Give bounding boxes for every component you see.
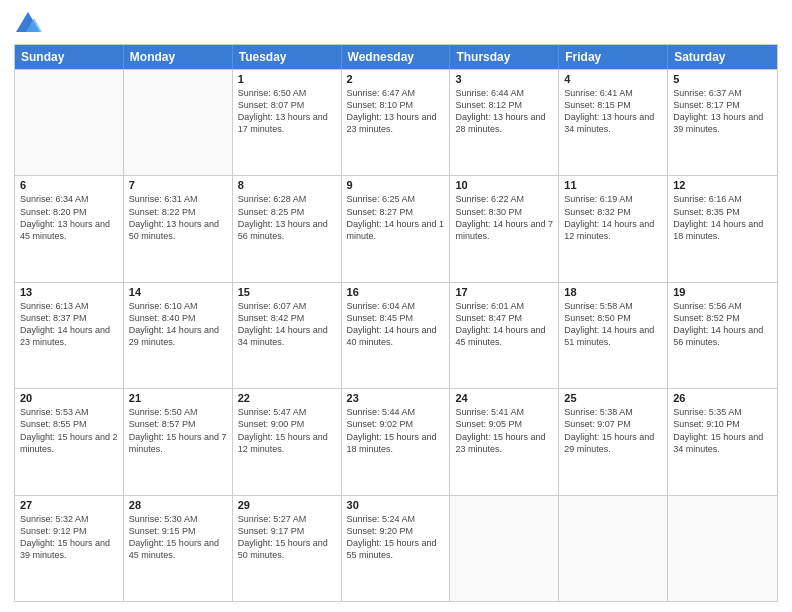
day-info: Sunrise: 6:01 AM Sunset: 8:47 PM Dayligh… (455, 300, 553, 349)
day-info: Sunrise: 6:22 AM Sunset: 8:30 PM Dayligh… (455, 193, 553, 242)
day-info: Sunrise: 6:25 AM Sunset: 8:27 PM Dayligh… (347, 193, 445, 242)
calendar-cell: 18Sunrise: 5:58 AM Sunset: 8:50 PM Dayli… (559, 283, 668, 388)
calendar-header: SundayMondayTuesdayWednesdayThursdayFrid… (15, 45, 777, 69)
calendar-cell: 23Sunrise: 5:44 AM Sunset: 9:02 PM Dayli… (342, 389, 451, 494)
day-number: 20 (20, 392, 118, 404)
day-info: Sunrise: 5:41 AM Sunset: 9:05 PM Dayligh… (455, 406, 553, 455)
logo-icon (14, 10, 42, 38)
header-day: Monday (124, 45, 233, 69)
calendar-cell: 10Sunrise: 6:22 AM Sunset: 8:30 PM Dayli… (450, 176, 559, 281)
header (14, 10, 778, 38)
day-number: 25 (564, 392, 662, 404)
day-number: 19 (673, 286, 772, 298)
day-number: 5 (673, 73, 772, 85)
day-info: Sunrise: 6:41 AM Sunset: 8:15 PM Dayligh… (564, 87, 662, 136)
day-number: 23 (347, 392, 445, 404)
calendar-week: 6Sunrise: 6:34 AM Sunset: 8:20 PM Daylig… (15, 175, 777, 281)
calendar-cell: 12Sunrise: 6:16 AM Sunset: 8:35 PM Dayli… (668, 176, 777, 281)
day-number: 13 (20, 286, 118, 298)
day-info: Sunrise: 5:47 AM Sunset: 9:00 PM Dayligh… (238, 406, 336, 455)
header-day: Friday (559, 45, 668, 69)
header-day: Wednesday (342, 45, 451, 69)
day-info: Sunrise: 6:34 AM Sunset: 8:20 PM Dayligh… (20, 193, 118, 242)
calendar-cell: 9Sunrise: 6:25 AM Sunset: 8:27 PM Daylig… (342, 176, 451, 281)
day-number: 24 (455, 392, 553, 404)
day-number: 7 (129, 179, 227, 191)
day-number: 30 (347, 499, 445, 511)
calendar-cell: 27Sunrise: 5:32 AM Sunset: 9:12 PM Dayli… (15, 496, 124, 601)
calendar-body: 1Sunrise: 6:50 AM Sunset: 8:07 PM Daylig… (15, 69, 777, 601)
calendar-cell: 3Sunrise: 6:44 AM Sunset: 8:12 PM Daylig… (450, 70, 559, 175)
day-info: Sunrise: 6:47 AM Sunset: 8:10 PM Dayligh… (347, 87, 445, 136)
day-number: 6 (20, 179, 118, 191)
day-number: 2 (347, 73, 445, 85)
calendar-cell: 13Sunrise: 6:13 AM Sunset: 8:37 PM Dayli… (15, 283, 124, 388)
day-info: Sunrise: 5:27 AM Sunset: 9:17 PM Dayligh… (238, 513, 336, 562)
calendar-cell: 2Sunrise: 6:47 AM Sunset: 8:10 PM Daylig… (342, 70, 451, 175)
day-number: 22 (238, 392, 336, 404)
day-info: Sunrise: 6:44 AM Sunset: 8:12 PM Dayligh… (455, 87, 553, 136)
day-number: 21 (129, 392, 227, 404)
calendar-week: 27Sunrise: 5:32 AM Sunset: 9:12 PM Dayli… (15, 495, 777, 601)
calendar-cell (559, 496, 668, 601)
calendar-cell: 4Sunrise: 6:41 AM Sunset: 8:15 PM Daylig… (559, 70, 668, 175)
day-info: Sunrise: 5:56 AM Sunset: 8:52 PM Dayligh… (673, 300, 772, 349)
day-number: 14 (129, 286, 227, 298)
day-info: Sunrise: 5:38 AM Sunset: 9:07 PM Dayligh… (564, 406, 662, 455)
day-number: 15 (238, 286, 336, 298)
calendar-cell: 19Sunrise: 5:56 AM Sunset: 8:52 PM Dayli… (668, 283, 777, 388)
header-day: Saturday (668, 45, 777, 69)
day-number: 4 (564, 73, 662, 85)
day-number: 11 (564, 179, 662, 191)
calendar: SundayMondayTuesdayWednesdayThursdayFrid… (14, 44, 778, 602)
day-number: 18 (564, 286, 662, 298)
day-number: 9 (347, 179, 445, 191)
day-number: 16 (347, 286, 445, 298)
day-number: 17 (455, 286, 553, 298)
calendar-cell: 30Sunrise: 5:24 AM Sunset: 9:20 PM Dayli… (342, 496, 451, 601)
day-info: Sunrise: 5:58 AM Sunset: 8:50 PM Dayligh… (564, 300, 662, 349)
calendar-cell: 14Sunrise: 6:10 AM Sunset: 8:40 PM Dayli… (124, 283, 233, 388)
day-info: Sunrise: 6:10 AM Sunset: 8:40 PM Dayligh… (129, 300, 227, 349)
calendar-week: 13Sunrise: 6:13 AM Sunset: 8:37 PM Dayli… (15, 282, 777, 388)
calendar-cell (124, 70, 233, 175)
calendar-cell: 6Sunrise: 6:34 AM Sunset: 8:20 PM Daylig… (15, 176, 124, 281)
day-info: Sunrise: 5:32 AM Sunset: 9:12 PM Dayligh… (20, 513, 118, 562)
calendar-cell: 26Sunrise: 5:35 AM Sunset: 9:10 PM Dayli… (668, 389, 777, 494)
day-info: Sunrise: 5:50 AM Sunset: 8:57 PM Dayligh… (129, 406, 227, 455)
calendar-cell: 8Sunrise: 6:28 AM Sunset: 8:25 PM Daylig… (233, 176, 342, 281)
day-info: Sunrise: 5:24 AM Sunset: 9:20 PM Dayligh… (347, 513, 445, 562)
day-info: Sunrise: 5:44 AM Sunset: 9:02 PM Dayligh… (347, 406, 445, 455)
calendar-cell (450, 496, 559, 601)
calendar-week: 20Sunrise: 5:53 AM Sunset: 8:55 PM Dayli… (15, 388, 777, 494)
calendar-cell: 20Sunrise: 5:53 AM Sunset: 8:55 PM Dayli… (15, 389, 124, 494)
calendar-cell: 24Sunrise: 5:41 AM Sunset: 9:05 PM Dayli… (450, 389, 559, 494)
day-info: Sunrise: 6:31 AM Sunset: 8:22 PM Dayligh… (129, 193, 227, 242)
calendar-cell: 21Sunrise: 5:50 AM Sunset: 8:57 PM Dayli… (124, 389, 233, 494)
calendar-cell: 25Sunrise: 5:38 AM Sunset: 9:07 PM Dayli… (559, 389, 668, 494)
day-info: Sunrise: 6:19 AM Sunset: 8:32 PM Dayligh… (564, 193, 662, 242)
day-number: 1 (238, 73, 336, 85)
calendar-cell: 15Sunrise: 6:07 AM Sunset: 8:42 PM Dayli… (233, 283, 342, 388)
calendar-cell: 16Sunrise: 6:04 AM Sunset: 8:45 PM Dayli… (342, 283, 451, 388)
page: SundayMondayTuesdayWednesdayThursdayFrid… (0, 0, 792, 612)
calendar-cell: 29Sunrise: 5:27 AM Sunset: 9:17 PM Dayli… (233, 496, 342, 601)
header-day: Sunday (15, 45, 124, 69)
calendar-cell (668, 496, 777, 601)
calendar-cell: 17Sunrise: 6:01 AM Sunset: 8:47 PM Dayli… (450, 283, 559, 388)
calendar-cell: 7Sunrise: 6:31 AM Sunset: 8:22 PM Daylig… (124, 176, 233, 281)
day-number: 29 (238, 499, 336, 511)
header-day: Thursday (450, 45, 559, 69)
day-info: Sunrise: 5:53 AM Sunset: 8:55 PM Dayligh… (20, 406, 118, 455)
day-info: Sunrise: 6:13 AM Sunset: 8:37 PM Dayligh… (20, 300, 118, 349)
calendar-cell: 5Sunrise: 6:37 AM Sunset: 8:17 PM Daylig… (668, 70, 777, 175)
calendar-cell (15, 70, 124, 175)
header-day: Tuesday (233, 45, 342, 69)
day-number: 10 (455, 179, 553, 191)
logo (14, 10, 44, 38)
calendar-cell: 11Sunrise: 6:19 AM Sunset: 8:32 PM Dayli… (559, 176, 668, 281)
day-info: Sunrise: 6:04 AM Sunset: 8:45 PM Dayligh… (347, 300, 445, 349)
day-number: 3 (455, 73, 553, 85)
day-number: 26 (673, 392, 772, 404)
day-number: 12 (673, 179, 772, 191)
